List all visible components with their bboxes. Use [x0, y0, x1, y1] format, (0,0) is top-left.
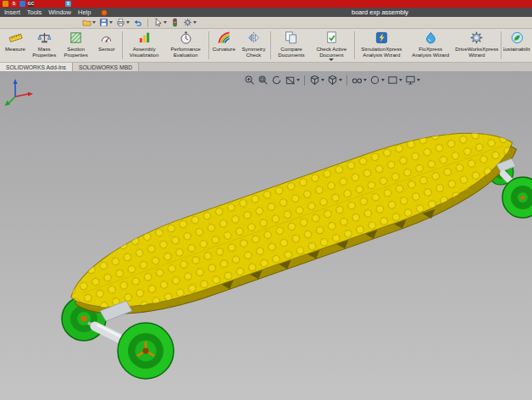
options-gear-icon	[183, 18, 192, 27]
check-active-document-icon	[324, 31, 339, 45]
tab-solidworks-mbd[interactable]: SOLIDWORKS MBD	[73, 63, 139, 71]
undo-button[interactable]	[132, 18, 143, 27]
ribbon-group-separator	[122, 31, 123, 59]
section-properties-icon	[69, 31, 83, 45]
ribbon-button-label: Sustainability	[503, 46, 530, 52]
save-button[interactable]	[98, 18, 114, 27]
save-icon	[99, 18, 108, 27]
headsup-separator	[304, 75, 305, 86]
top-title-strip: S GC S	[0, 0, 532, 8]
section-view-icon	[285, 75, 296, 86]
symmetry-check-icon	[247, 31, 261, 45]
hide-show-items-caret[interactable]	[363, 79, 367, 81]
ribbon-button-label: FloXpress Analysis Wizard	[409, 46, 452, 58]
edit-appearance-caret[interactable]	[381, 79, 385, 81]
menu-window[interactable]: Window	[48, 8, 71, 16]
ribbon-evaluate: Measure Mass Properties Section Properti…	[0, 29, 532, 63]
section-view-button[interactable]	[285, 75, 300, 86]
apply-scene-caret[interactable]	[399, 79, 402, 81]
sensor-icon	[99, 31, 114, 45]
print-dropdown-caret[interactable]	[126, 21, 130, 24]
ribbon-group-separator	[208, 31, 209, 59]
view-settings-button[interactable]	[405, 75, 420, 86]
apply-scene-button[interactable]	[387, 75, 402, 86]
tab-solidworks-add-ins[interactable]: SOLIDWORKS Add-Ins	[0, 63, 73, 71]
app-icon-4[interactable]: GC	[28, 1, 34, 7]
previous-view-button[interactable]	[271, 75, 282, 86]
ribbon-button-check-active-document[interactable]: Check Active Document	[311, 30, 352, 61]
pin-menu-icon[interactable]	[101, 9, 108, 16]
rebuild-icon	[170, 18, 180, 27]
save-dropdown-caret[interactable]	[109, 21, 113, 24]
ribbon-button-section-properties[interactable]: Section Properties	[59, 30, 91, 61]
undo-icon	[133, 18, 142, 27]
view-orientation-button[interactable]	[309, 75, 324, 86]
open-dropdown-caret[interactable]	[92, 21, 96, 24]
options-dropdown-caret[interactable]	[193, 21, 197, 24]
ribbon-button-label: Assembly Visualization	[126, 46, 163, 58]
ribbon-button-label: Mass Properties	[31, 46, 57, 58]
simulationxpress-analysis-wizard-icon	[374, 31, 389, 45]
performance-evaluation-icon	[179, 31, 193, 45]
heads-up-view-toolbar	[244, 75, 420, 86]
ribbon-button-label: Compare Documents	[274, 46, 308, 58]
app-icon-2[interactable]: S	[11, 1, 17, 7]
ribbon-button-floxpress[interactable]: FloXpress Analysis Wizard	[407, 30, 453, 61]
3d-viewport[interactable]	[0, 71, 532, 400]
ribbon-button-driveworksxpress[interactable]: DriveWorksXpress Wizard	[454, 30, 499, 61]
options-button[interactable]	[182, 18, 197, 27]
rebuild-button[interactable]	[169, 18, 180, 27]
lower-tab-bar: SOLIDWORKS Add-Ins SOLIDWORKS MBD	[0, 63, 532, 71]
display-style-icon	[327, 75, 338, 86]
previous-view-icon	[271, 75, 282, 86]
mass-properties-icon	[37, 31, 52, 45]
hide-show-items-button[interactable]	[352, 75, 367, 86]
document-title: board exp assembly	[352, 8, 408, 16]
print-button[interactable]	[115, 18, 130, 27]
measure-icon	[8, 31, 23, 45]
ribbon-button-measure[interactable]: Measure	[2, 30, 29, 61]
menu-help[interactable]: Help	[78, 8, 91, 16]
view-orientation-caret[interactable]	[321, 79, 324, 81]
app-icon-3[interactable]	[19, 1, 25, 7]
ribbon-button-assembly-visualization[interactable]: Assembly Visualization	[125, 30, 164, 61]
select-button[interactable]	[152, 18, 168, 27]
open-folder-icon	[82, 18, 91, 27]
floxpress-analysis-wizard-icon	[424, 31, 438, 45]
ribbon-button-label: DriveWorksXpress Wizard	[455, 46, 498, 58]
view-settings-caret[interactable]	[417, 79, 420, 81]
ribbon-button-symmetry-check[interactable]: Symmetry Check	[238, 30, 269, 61]
compare-documents-icon	[284, 31, 298, 45]
display-style-button[interactable]	[327, 75, 342, 86]
menu-tools[interactable]: Tools	[27, 8, 42, 16]
select-arrow-icon	[153, 18, 163, 27]
zoom-to-area-button[interactable]	[258, 75, 269, 86]
view-orientation-icon	[309, 75, 320, 86]
edit-appearance-button[interactable]	[369, 75, 385, 86]
ribbon-button-curvature[interactable]: Curvature	[210, 30, 237, 61]
ribbon-button-performance-evaluation[interactable]: Performance Evaluation	[165, 30, 207, 61]
ribbon-button-simulationxpress[interactable]: SimulationXpress Analysis Wizard	[356, 30, 407, 61]
ribbon-button-mass-properties[interactable]: Mass Properties	[30, 30, 58, 61]
ribbon-group-separator	[501, 31, 502, 59]
display-style-caret[interactable]	[339, 79, 342, 81]
ribbon-button-sustainability[interactable]: Sustainability	[503, 30, 530, 61]
menu-insert[interactable]: Insert	[4, 8, 20, 16]
check-active-document-dropdown-caret[interactable]	[329, 58, 334, 61]
ribbon-button-sensor[interactable]: Sensor	[93, 30, 120, 61]
hide-show-items-icon	[352, 75, 363, 86]
front-near-wheel[interactable]	[118, 323, 174, 379]
app-icon-5[interactable]: S	[65, 1, 71, 7]
print-icon	[116, 18, 125, 27]
standard-toolbar	[0, 17, 532, 29]
zoom-to-fit-button[interactable]	[244, 75, 255, 86]
ribbon-button-label: Measure	[5, 46, 25, 52]
select-dropdown-caret[interactable]	[163, 21, 167, 24]
ribbon-button-compare-documents[interactable]: Compare Documents	[273, 30, 310, 61]
ribbon-button-label: Sensor	[98, 46, 115, 52]
section-view-caret[interactable]	[296, 79, 300, 81]
ribbon-button-label: Symmetry Check	[240, 46, 267, 58]
open-button[interactable]	[81, 18, 97, 27]
apply-scene-icon	[387, 75, 398, 86]
app-icon-1[interactable]	[3, 1, 8, 7]
